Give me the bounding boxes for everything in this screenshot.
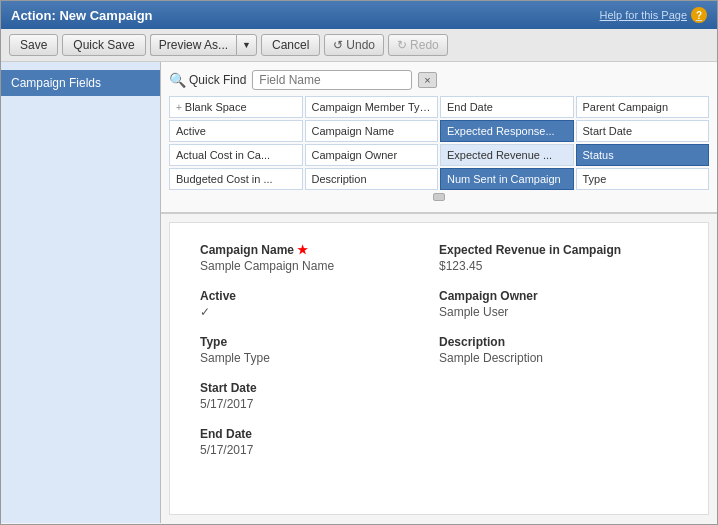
field-label: Campaign Member Type: [312, 101, 432, 113]
preview-field: TypeSample Type: [200, 335, 439, 365]
field-label: Expected Response...: [447, 125, 555, 137]
preview-area: Campaign Name ★Sample Campaign NameExpec…: [169, 222, 709, 515]
toolbar: Save Quick Save Preview As... ▼ Cancel ↺…: [1, 29, 717, 62]
preview-field: End Date5/17/2017: [200, 427, 439, 457]
help-link[interactable]: Help for this Page ?: [600, 7, 707, 23]
preview-field-value: Sample Description: [439, 351, 678, 365]
preview-field-value: Sample Type: [200, 351, 439, 365]
title-bar: Action: New Campaign Help for this Page …: [1, 1, 717, 29]
undo-button[interactable]: ↺ Undo: [324, 34, 384, 56]
main-content: Campaign Fields 🔍 Quick Find × +Blank Sp…: [1, 62, 717, 523]
field-cell[interactable]: Campaign Member Type: [305, 96, 439, 118]
field-label: Num Sent in Campaign: [447, 173, 561, 185]
preview-field: Expected Revenue in Campaign$123.45: [439, 243, 678, 273]
right-panel: 🔍 Quick Find × +Blank SpaceCampaign Memb…: [161, 62, 717, 523]
preview-field-value: 5/17/2017: [200, 397, 439, 411]
quick-find-row: 🔍 Quick Find ×: [169, 70, 709, 90]
preview-field: [439, 427, 678, 457]
preview-field-value: 5/17/2017: [200, 443, 439, 457]
preview-field: [439, 381, 678, 411]
field-cell[interactable]: Actual Cost in Ca...: [169, 144, 303, 166]
field-cell[interactable]: Description: [305, 168, 439, 190]
help-link-text: Help for this Page: [600, 9, 687, 21]
preview-field: DescriptionSample Description: [439, 335, 678, 365]
preview-field: Campaign OwnerSample User: [439, 289, 678, 319]
page-title: Action: New Campaign: [11, 8, 153, 23]
field-label: Active: [176, 125, 206, 137]
save-button[interactable]: Save: [9, 34, 58, 56]
field-label: End Date: [447, 101, 493, 113]
redo-button[interactable]: ↻ Redo: [388, 34, 448, 56]
preview-field-value: ✓: [200, 305, 439, 319]
preview-field-label: Campaign Name ★: [200, 243, 439, 257]
preview-field-value: Sample User: [439, 305, 678, 319]
field-cell[interactable]: +Blank Space: [169, 96, 303, 118]
field-label: Status: [583, 149, 614, 161]
field-cell[interactable]: Parent Campaign: [576, 96, 710, 118]
preview-field-label: Type: [200, 335, 439, 349]
field-cell[interactable]: Budgeted Cost in ...: [169, 168, 303, 190]
preview-field: Campaign Name ★Sample Campaign Name: [200, 243, 439, 273]
drag-icon: +: [176, 102, 182, 113]
fields-picker: 🔍 Quick Find × +Blank SpaceCampaign Memb…: [161, 62, 717, 214]
undo-icon: ↺: [333, 38, 343, 52]
field-cell[interactable]: Status: [576, 144, 710, 166]
cancel-button[interactable]: Cancel: [261, 34, 320, 56]
quick-save-button[interactable]: Quick Save: [62, 34, 145, 56]
sidebar-item-campaign-fields[interactable]: Campaign Fields: [1, 70, 160, 96]
field-cell[interactable]: Num Sent in Campaign: [440, 168, 574, 190]
drag-row: [169, 190, 709, 204]
preview-field-label: Active: [200, 289, 439, 303]
drag-indicator: [433, 193, 445, 201]
field-label: Parent Campaign: [583, 101, 669, 113]
field-label: Campaign Owner: [312, 149, 398, 161]
field-cell[interactable]: Campaign Name: [305, 120, 439, 142]
field-label: Expected Revenue ...: [447, 149, 552, 161]
clear-search-button[interactable]: ×: [418, 72, 436, 88]
fields-grid: +Blank SpaceCampaign Member TypeEnd Date…: [169, 96, 709, 190]
redo-icon: ↻: [397, 38, 407, 52]
field-label: Campaign Name: [312, 125, 395, 137]
field-cell[interactable]: Expected Response...: [440, 120, 574, 142]
field-cell[interactable]: Active: [169, 120, 303, 142]
field-label: Type: [583, 173, 607, 185]
required-star: ★: [297, 243, 308, 257]
field-label: Start Date: [583, 125, 633, 137]
preview-field-value: $123.45: [439, 259, 678, 273]
quick-find-label: 🔍 Quick Find: [169, 72, 246, 88]
preview-as-button[interactable]: Preview As... ▼: [150, 34, 257, 56]
search-icon: 🔍: [169, 72, 186, 88]
preview-field-label: End Date: [200, 427, 439, 441]
preview-field-label: Description: [439, 335, 678, 349]
preview-field-label: Expected Revenue in Campaign: [439, 243, 678, 257]
preview-field-value: Sample Campaign Name: [200, 259, 439, 273]
preview-as-arrow[interactable]: ▼: [236, 34, 257, 56]
preview-field: Active✓: [200, 289, 439, 319]
preview-field-label: Campaign Owner: [439, 289, 678, 303]
search-input[interactable]: [252, 70, 412, 90]
field-label: Budgeted Cost in ...: [176, 173, 273, 185]
sidebar: Campaign Fields: [1, 62, 161, 523]
preview-grid: Campaign Name ★Sample Campaign NameExpec…: [200, 243, 678, 473]
field-cell[interactable]: Start Date: [576, 120, 710, 142]
field-cell[interactable]: End Date: [440, 96, 574, 118]
field-cell[interactable]: Expected Revenue ...: [440, 144, 574, 166]
field-label: Description: [312, 173, 367, 185]
field-label: Actual Cost in Ca...: [176, 149, 270, 161]
preview-field-label: Start Date: [200, 381, 439, 395]
field-label: Blank Space: [185, 101, 247, 113]
field-cell[interactable]: Type: [576, 168, 710, 190]
preview-as-main[interactable]: Preview As...: [150, 34, 236, 56]
preview-field: Start Date5/17/2017: [200, 381, 439, 411]
help-icon: ?: [691, 7, 707, 23]
field-cell[interactable]: Campaign Owner: [305, 144, 439, 166]
